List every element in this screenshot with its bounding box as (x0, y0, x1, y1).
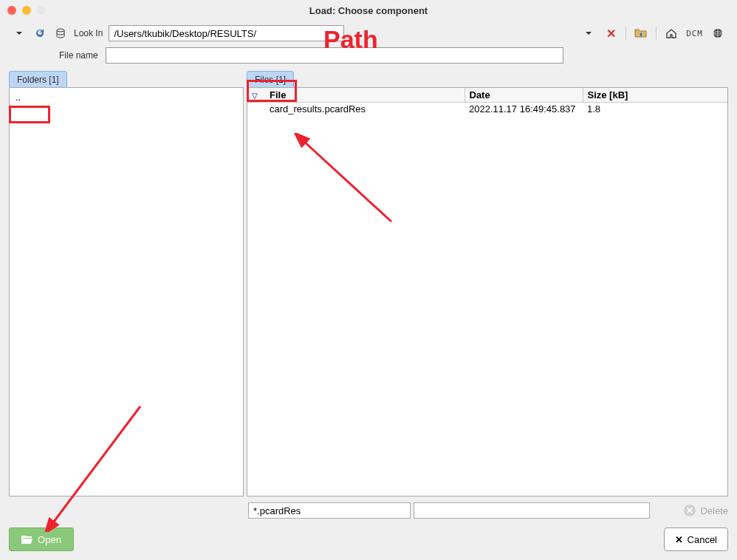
size-cell: 1.8 (583, 103, 727, 116)
files-tab[interactable]: Files [1] (247, 71, 294, 87)
close-icon: ✕ (675, 534, 683, 545)
filter-search-input[interactable] (414, 502, 650, 519)
folders-tab[interactable]: Folders [1] (9, 71, 67, 87)
delete-label: Delete (700, 505, 728, 516)
filename-input[interactable] (106, 47, 563, 64)
svg-line-4 (52, 406, 140, 525)
delete-icon: ✕ (684, 505, 696, 516)
path-toolbar: Look In ✕ DCM (0, 21, 737, 46)
sort-indicator[interactable]: ▽ (247, 88, 265, 103)
svg-point-0 (57, 29, 64, 32)
table-row[interactable]: card_results.pcardRes 2022.11.17 16:49:4… (247, 103, 727, 116)
home-icon[interactable] (664, 26, 679, 41)
separator (656, 27, 657, 40)
date-cell: 2022.11.17 16:49:45.837 (465, 103, 583, 116)
svg-line-3 (303, 140, 391, 222)
filename-row: File name (0, 46, 737, 71)
remove-icon[interactable]: ✕ (603, 26, 618, 41)
column-file[interactable]: File (265, 88, 465, 103)
file-table: ▽ File Date Size [kB] card_results.pcard… (247, 88, 727, 115)
path-dropdown-icon[interactable] (581, 26, 596, 41)
lookin-label: Look In (74, 28, 103, 38)
open-label: Open (38, 534, 61, 545)
folder-open-icon (21, 534, 33, 544)
refresh-icon[interactable] (32, 26, 47, 41)
cancel-button[interactable]: ✕ Cancel (664, 527, 728, 551)
folder-up-icon[interactable] (634, 26, 648, 41)
dcm-icon[interactable]: DCM (686, 29, 703, 38)
database-icon[interactable] (53, 26, 68, 41)
annotation-arrow-file (288, 133, 406, 229)
file-cell: card_results.pcardRes (265, 103, 465, 116)
filename-label: File name (59, 50, 98, 61)
column-date[interactable]: Date (465, 88, 583, 103)
globe-icon[interactable] (710, 26, 725, 41)
window-titlebar: Load: Choose component (0, 0, 737, 21)
path-input[interactable] (109, 25, 344, 41)
annotation-arrow-open (37, 399, 155, 532)
folder-item-parent[interactable]: .. (13, 91, 240, 103)
column-size[interactable]: Size [kB] (583, 88, 727, 103)
cancel-label: Cancel (688, 534, 717, 545)
filter-pattern-input[interactable] (248, 502, 411, 519)
delete-button: ✕ Delete (684, 505, 728, 516)
window-title: Load: Choose component (0, 5, 737, 16)
separator (625, 27, 626, 40)
dropdown-icon[interactable] (12, 26, 27, 41)
